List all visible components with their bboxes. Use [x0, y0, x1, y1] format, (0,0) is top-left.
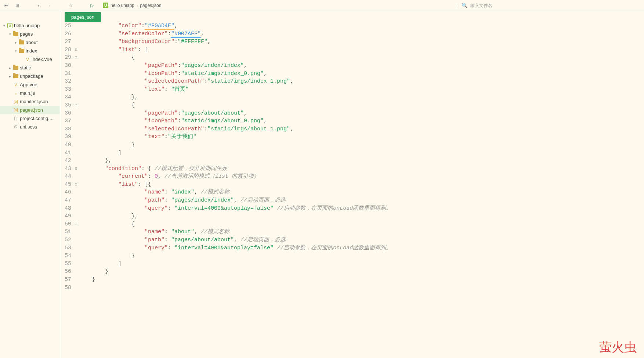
- code-line[interactable]: }: [79, 252, 644, 260]
- fold-marker[interactable]: [73, 133, 79, 141]
- tree-item-app-vue[interactable]: VApp.vue: [0, 80, 60, 89]
- fold-marker[interactable]: [73, 196, 79, 205]
- expand-icon[interactable]: ▾: [1, 24, 7, 28]
- code-line[interactable]: "query": "interval=4000&autoplay=false" …: [79, 244, 644, 252]
- code-line[interactable]: {: [79, 101, 644, 109]
- run-icon[interactable]: ▷: [89, 2, 95, 9]
- code-line[interactable]: "text":"关于我们": [79, 133, 644, 141]
- fold-marker[interactable]: [73, 86, 79, 94]
- fold-marker[interactable]: [73, 109, 79, 117]
- tree-item-pages-json[interactable]: [o]pages.json: [0, 106, 60, 114]
- tree-item-manifest-json[interactable]: [o]manifest.json: [0, 97, 60, 106]
- expand-icon[interactable]: ▸: [7, 66, 12, 70]
- tree-item-main-js[interactable]: ⬨main.js: [0, 89, 60, 97]
- expand-icon[interactable]: ▸: [7, 75, 12, 78]
- code-line[interactable]: "iconPath":"static/imgs/index_0.png",: [79, 70, 644, 78]
- fold-marker[interactable]: [73, 117, 79, 125]
- save-icon[interactable]: 🗎: [14, 2, 21, 9]
- breadcrumb-file[interactable]: pages.json: [140, 3, 161, 8]
- fold-marker[interactable]: ⊟: [73, 46, 79, 54]
- fold-marker[interactable]: [73, 188, 79, 196]
- tree-item-index[interactable]: ▾index: [0, 47, 60, 55]
- code-line[interactable]: [79, 284, 644, 292]
- tree-item-uni-scss[interactable]: ∅uni.scss: [0, 123, 60, 131]
- fold-marker[interactable]: ⊟: [73, 54, 79, 62]
- fold-marker[interactable]: [73, 149, 79, 157]
- fold-marker[interactable]: [73, 93, 79, 101]
- code-line[interactable]: },: [79, 157, 644, 165]
- fold-marker[interactable]: [73, 212, 79, 220]
- tree-item-index-vue[interactable]: Vindex.vue: [0, 55, 60, 64]
- code-line[interactable]: "list": [{: [79, 181, 644, 189]
- expand-icon[interactable]: ▾: [13, 49, 18, 53]
- fold-marker[interactable]: [73, 70, 79, 78]
- code-line[interactable]: },: [79, 93, 644, 101]
- fold-marker[interactable]: [73, 157, 79, 165]
- code-line[interactable]: "selectedIconPath":"static/imgs/about_1.…: [79, 125, 644, 133]
- code-line[interactable]: "text": "首页": [79, 86, 644, 94]
- code-line[interactable]: "path": "pages/about/about", //启动页面，必选: [79, 236, 644, 244]
- fold-marker[interactable]: ⊟: [73, 220, 79, 228]
- code-line[interactable]: }: [79, 141, 644, 149]
- tree-item-hello-uniapp[interactable]: ▾Uhello uniapp: [0, 21, 60, 30]
- fold-marker[interactable]: [73, 236, 79, 244]
- code-line[interactable]: "selectedColor":"#007AFF",: [79, 30, 644, 38]
- code-lines[interactable]: "color":"#F0AD4E", "selectedColor":"#007…: [79, 22, 644, 358]
- fold-marker[interactable]: ⊟: [73, 101, 79, 109]
- code-line[interactable]: "query": "interval=4000&autoplay=false" …: [79, 205, 644, 213]
- fold-marker[interactable]: [73, 260, 79, 268]
- fold-marker[interactable]: [73, 38, 79, 46]
- code-line[interactable]: "current": 0, //当前激活的模式（list 的索引项）: [79, 173, 644, 181]
- fold-marker[interactable]: [73, 284, 79, 292]
- code-line[interactable]: "pagePath":"pages/about/about",: [79, 109, 644, 117]
- code-line[interactable]: {: [79, 54, 644, 62]
- search-input[interactable]: [470, 3, 617, 8]
- code-line[interactable]: {: [79, 220, 644, 228]
- code-line[interactable]: ]: [79, 260, 644, 268]
- breadcrumb-project[interactable]: hello uniapp: [111, 3, 134, 8]
- code-line[interactable]: "color":"#F0AD4E",: [79, 22, 644, 30]
- code-line[interactable]: "name": "about", //模式名称: [79, 228, 644, 236]
- star-icon[interactable]: ☆: [68, 2, 74, 9]
- tree-item-unpackage[interactable]: ▸unpackage: [0, 72, 60, 80]
- fold-marker[interactable]: [73, 244, 79, 252]
- code-line[interactable]: "path": "pages/index/index", //启动页面，必选: [79, 196, 644, 205]
- code-area[interactable]: 2526272829303132333435363738394041424344…: [60, 22, 644, 358]
- expand-icon[interactable]: ▾: [7, 32, 12, 36]
- code-line[interactable]: }: [79, 276, 644, 284]
- import-icon[interactable]: ⇤: [3, 2, 10, 9]
- expand-icon[interactable]: ▸: [13, 41, 18, 44]
- code-line[interactable]: ]: [79, 149, 644, 157]
- fold-marker[interactable]: [73, 125, 79, 133]
- tree-item-project-config----[interactable]: [ ]project.config....: [0, 114, 60, 123]
- code-line[interactable]: "pagePath":"pages/index/index",: [79, 62, 644, 70]
- fold-marker[interactable]: [73, 77, 79, 86]
- tree-item-about[interactable]: ▸about: [0, 38, 60, 47]
- fold-marker[interactable]: [73, 276, 79, 284]
- code-line[interactable]: "backgroundColor":"#FFFFFF",: [79, 38, 644, 46]
- fold-marker[interactable]: [73, 268, 79, 276]
- fold-marker[interactable]: [73, 173, 79, 181]
- search-icon[interactable]: 🔍: [462, 3, 467, 8]
- tab-pages-json[interactable]: pages.json: [65, 12, 101, 22]
- forward-icon[interactable]: ›: [46, 2, 53, 9]
- fold-marker[interactable]: [73, 30, 79, 38]
- code-line[interactable]: "selectedIconPath":"static/imgs/index_1.…: [79, 77, 644, 86]
- tree-item-static[interactable]: ▸static: [0, 64, 60, 72]
- tree-item-pages[interactable]: ▾pages: [0, 30, 60, 38]
- fold-marker[interactable]: [73, 141, 79, 149]
- fold-marker[interactable]: [73, 252, 79, 260]
- fold-marker[interactable]: ⊟: [73, 181, 79, 189]
- fold-marker[interactable]: [73, 205, 79, 213]
- back-icon[interactable]: ‹: [35, 2, 42, 9]
- fold-marker[interactable]: [73, 22, 79, 30]
- fold-marker[interactable]: [73, 228, 79, 236]
- code-line[interactable]: "condition": { //模式配置，仅开发期间生效: [79, 165, 644, 173]
- code-line[interactable]: }: [79, 268, 644, 276]
- fold-marker[interactable]: ⊟: [73, 165, 79, 173]
- code-line[interactable]: "iconPath":"static/imgs/about_0.png",: [79, 117, 644, 125]
- code-line[interactable]: },: [79, 212, 644, 220]
- code-line[interactable]: "list": [: [79, 46, 644, 54]
- code-line[interactable]: "name": "index", //模式名称: [79, 188, 644, 196]
- fold-marker[interactable]: [73, 62, 79, 70]
